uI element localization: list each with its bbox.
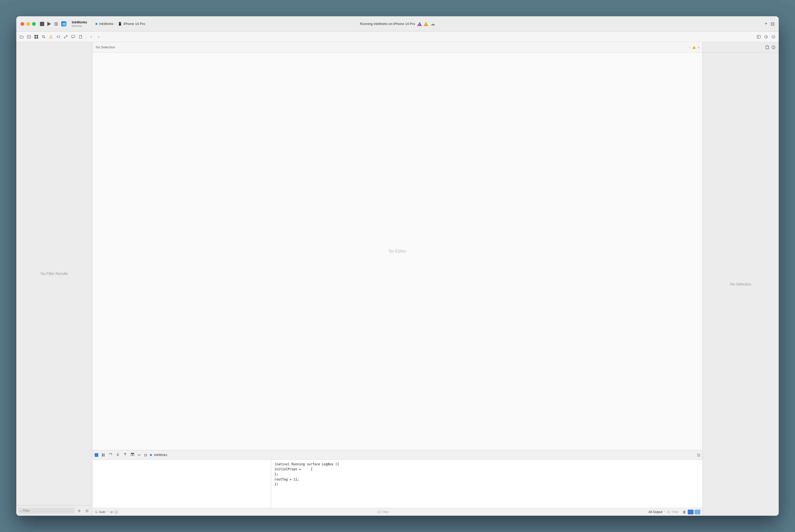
- nav-forward-icon[interactable]: ›: [95, 34, 102, 40]
- svg-point-25: [667, 511, 670, 513]
- help-icon[interactable]: ?: [770, 34, 777, 40]
- search-icon[interactable]: [40, 34, 47, 40]
- trash-icon[interactable]: 🗑: [682, 510, 686, 514]
- panel-toggle-icon[interactable]: [756, 34, 762, 40]
- stop-button[interactable]: [40, 22, 44, 26]
- close-button[interactable]: [20, 22, 24, 26]
- warning-purple-icon[interactable]: [417, 22, 422, 26]
- filter-options-icon[interactable]: ⊞: [84, 508, 90, 514]
- no-editor-label: No Editor: [389, 249, 406, 254]
- debug-right-panel: [native] Running surface LogBox ({ initi…: [271, 460, 702, 508]
- scheme-label: InkWorks: [99, 22, 113, 26]
- editor-nav-back[interactable]: ‹: [689, 45, 690, 50]
- debug-pause-button[interactable]: [100, 452, 106, 458]
- debug-log-content: [native] Running surface LogBox ({ initi…: [271, 460, 702, 508]
- debug-scissors-icon[interactable]: ✂: [137, 452, 141, 458]
- svg-text:i: i: [116, 512, 116, 513]
- debug-toggle-icon[interactable]: ⊟: [144, 452, 148, 458]
- svg-rect-15: [131, 454, 132, 456]
- log-line-3: };: [275, 472, 699, 477]
- doc-icon[interactable]: [77, 34, 83, 40]
- filter-icon-right: [667, 510, 670, 514]
- sidebar-toggle-icon[interactable]: ⊞: [54, 21, 58, 27]
- inspector-toggle-icon[interactable]: ⊟: [771, 21, 775, 27]
- debug-area: ✂ ⊟ InkWorks ⊡: [93, 450, 702, 516]
- project-name: InkWorks: [72, 20, 87, 24]
- output-label: All Output: [648, 510, 662, 514]
- main-area: No Filter Results ⌕ Filter ⊗ ⊞ No Select…: [16, 42, 779, 516]
- right-inspector-panel: ? No Selection: [702, 42, 779, 516]
- breakpoints-icon[interactable]: [55, 34, 61, 40]
- output-selector[interactable]: All Output ⌃: [648, 510, 666, 514]
- debug-share-icon[interactable]: [130, 452, 135, 458]
- left-sidebar: No Filter Results ⌕ Filter ⊗ ⊞: [16, 42, 93, 516]
- debug-content: [native] Running surface LogBox ({ initi…: [93, 460, 702, 508]
- traffic-lights: [20, 22, 36, 26]
- cloud-icon: ☁: [430, 21, 435, 27]
- info-icon-left[interactable]: i: [114, 510, 118, 514]
- svg-rect-17: [131, 453, 134, 454]
- titlebar-left: ⊞ IW InkWorks develop InkWorks › 📱 iPhon…: [40, 20, 145, 27]
- step-out-icon[interactable]: [122, 452, 128, 458]
- add-button[interactable]: +: [764, 21, 768, 26]
- editor-no-selection-label: No Selection: [96, 45, 115, 49]
- comments-icon[interactable]: [70, 34, 76, 40]
- file-inspector-icon[interactable]: [765, 45, 769, 50]
- svg-text:!: !: [51, 36, 51, 38]
- editor-warning-icon[interactable]: [693, 46, 696, 49]
- debug-continue-button[interactable]: [95, 453, 98, 457]
- status-icons: [417, 22, 428, 26]
- debug-terminal-icon[interactable]: ⊡: [697, 453, 700, 457]
- step-into-icon[interactable]: [115, 452, 120, 458]
- editor-header: No Selection ‹ ›: [93, 42, 702, 53]
- maximize-button[interactable]: [32, 22, 36, 26]
- xcode-window: ⊞ IW InkWorks develop InkWorks › 📱 iPhon…: [16, 16, 779, 516]
- log-line-5: }): [275, 482, 699, 487]
- quick-help-icon[interactable]: ?: [771, 45, 776, 50]
- scheme-dot: [95, 23, 97, 25]
- titlebar: ⊞ IW InkWorks develop InkWorks › 📱 iPhon…: [16, 16, 779, 32]
- svg-line-1: [28, 36, 30, 38]
- secondary-toolbar: ! ‹: [16, 32, 779, 42]
- nav-back-icon[interactable]: ‹: [88, 34, 94, 40]
- output-arrow: ⌃: [663, 510, 665, 513]
- no-filter-results-label: No Filter Results: [41, 271, 68, 276]
- filter-icon-center: [378, 510, 381, 514]
- folder-icon[interactable]: [18, 34, 25, 40]
- svg-rect-16: [133, 454, 134, 456]
- right-panel-no-selection-label: No Selection: [730, 282, 751, 286]
- svg-point-2: [42, 36, 44, 38]
- minimize-button[interactable]: [26, 22, 30, 26]
- filter-input-label[interactable]: Filter: [23, 509, 73, 513]
- log-line-2: initialProps = {: [275, 467, 699, 472]
- run-button[interactable]: [47, 22, 51, 26]
- titlebar-right: + ⊟: [764, 21, 775, 27]
- source-control-icon[interactable]: [26, 34, 32, 40]
- console-btn-1[interactable]: [688, 510, 694, 514]
- editor-nav-forward[interactable]: ›: [698, 45, 699, 50]
- pause-icon: [102, 453, 105, 457]
- link-icon[interactable]: [62, 34, 69, 40]
- filter-clear-icon[interactable]: ⊗: [76, 508, 82, 514]
- navigator-grid-icon[interactable]: [33, 34, 39, 40]
- titlebar-center: Running InkWorks on iPhone 14 Pro ☁: [360, 21, 435, 27]
- eye-icon[interactable]: [110, 510, 113, 514]
- filter-label-center[interactable]: Filter: [382, 510, 389, 514]
- clock-icon[interactable]: [763, 34, 769, 40]
- right-panel-header: ?: [703, 42, 779, 53]
- log-line-1: [native] Running surface LogBox ({: [275, 462, 699, 467]
- console-btn-2[interactable]: [695, 510, 700, 514]
- device-label: iPhone 14 Pro: [124, 22, 145, 26]
- svg-rect-7: [72, 35, 75, 38]
- debug-app-dot: [150, 454, 152, 456]
- auto-label[interactable]: Auto: [99, 510, 106, 514]
- step-over-icon[interactable]: [108, 452, 113, 458]
- issues-icon[interactable]: !: [48, 34, 54, 40]
- debug-app-label: InkWorks: [154, 453, 167, 457]
- editor-header-right: ‹ ›: [689, 45, 699, 50]
- sidebar-bottom: ⌕ Filter ⊗ ⊞: [16, 505, 92, 516]
- filter-label-right[interactable]: Filter: [672, 510, 679, 514]
- warning-yellow-icon[interactable]: [423, 22, 428, 26]
- debug-left-panel: [93, 460, 271, 508]
- auto-arrow: ⌃: [107, 510, 109, 513]
